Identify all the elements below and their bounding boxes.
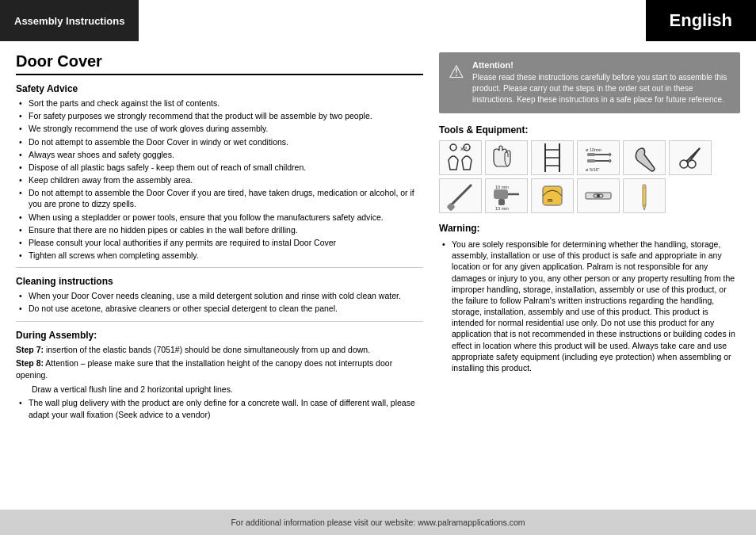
left-column: Door Cover Safety Advice Sort the parts … bbox=[16, 52, 423, 503]
warning-list: You are solely responsible for determini… bbox=[439, 239, 740, 373]
list-item: Tighten all screws when completing assem… bbox=[19, 250, 423, 261]
svg-point-33 bbox=[597, 194, 600, 197]
footer-text: For additional information please visit … bbox=[231, 518, 525, 527]
safety-title: Safety Advice bbox=[16, 83, 423, 94]
tool-level bbox=[577, 178, 620, 213]
list-item: When your Door Cover needs cleaning, use… bbox=[19, 290, 423, 301]
during-assembly-title: During Assembly: bbox=[16, 330, 423, 341]
right-column: ⚠ Attention! Please read these instructi… bbox=[439, 52, 740, 503]
attention-text: Please read these instructions carefully… bbox=[472, 72, 731, 105]
tool-scissors bbox=[669, 140, 712, 175]
attention-content: Attention! Please read these instruction… bbox=[472, 60, 731, 105]
svg-line-14 bbox=[609, 159, 611, 161]
svg-rect-25 bbox=[498, 199, 505, 205]
tools-grid: x2 bbox=[439, 140, 740, 213]
svg-line-15 bbox=[609, 161, 611, 162]
svg-line-21 bbox=[689, 148, 700, 162]
attention-title: Attention! bbox=[472, 60, 731, 70]
step7-text: insertion of the elastic bands (7051#) s… bbox=[46, 345, 370, 354]
page-title: Door Cover bbox=[16, 52, 423, 75]
header-right: English bbox=[646, 0, 756, 41]
list-item: Sort the parts and check against the lis… bbox=[19, 97, 423, 109]
tool-power-drill: 10 mm 13 mm bbox=[485, 178, 528, 213]
tool-drill-bits: ø 10mm ø 5/16" bbox=[577, 140, 620, 175]
list-item: Dispose of all plastic bags safely - kee… bbox=[19, 162, 423, 173]
step7: Step 7: insertion of the elastic bands (… bbox=[16, 344, 423, 356]
list-item: Always wear shoes and safety goggles. bbox=[19, 149, 423, 160]
svg-line-11 bbox=[609, 155, 611, 156]
list-item: Keep children away from the assembly are… bbox=[19, 174, 423, 185]
list-item: Ensure that there are no hidden pipes or… bbox=[19, 224, 423, 235]
svg-marker-35 bbox=[643, 205, 646, 210]
tools-title: Tools & Equipment: bbox=[439, 124, 740, 136]
svg-rect-12 bbox=[587, 159, 595, 162]
svg-line-10 bbox=[609, 153, 611, 155]
tool-screwdriver bbox=[439, 178, 482, 213]
step8-label: Step 8: bbox=[16, 358, 44, 368]
warning-triangle-icon: ⚠ bbox=[449, 62, 464, 82]
svg-rect-24 bbox=[494, 189, 508, 199]
tool-ladder bbox=[531, 140, 574, 175]
list-item: The wall plug delivery with the product … bbox=[19, 397, 423, 419]
attention-box: ⚠ Attention! Please read these instructi… bbox=[439, 52, 740, 113]
list-item: Do not use acetone, abrasive cleaners or… bbox=[19, 303, 423, 314]
tool-tape-measure: m bbox=[531, 178, 574, 213]
svg-point-0 bbox=[450, 144, 456, 151]
safety-list: Sort the parts and check against the lis… bbox=[16, 97, 423, 261]
tool-wrench bbox=[623, 140, 666, 175]
svg-text:m: m bbox=[548, 197, 552, 203]
list-item: Please consult your local authorities if… bbox=[19, 237, 423, 248]
footer: For additional information please visit … bbox=[0, 510, 756, 535]
list-item: For safety purposes we strongly recommen… bbox=[19, 110, 423, 121]
list-item: Do not attempt to assemble the Door Cove… bbox=[19, 187, 423, 209]
tool-gloves bbox=[485, 140, 528, 175]
list-item: Do not attempt to assemble the Door Cove… bbox=[19, 136, 423, 147]
list-item: You are solely responsible for determini… bbox=[442, 239, 740, 373]
language-label: English bbox=[670, 10, 732, 31]
warning-title: Warning: bbox=[439, 223, 740, 234]
tools-row-1: x2 bbox=[439, 140, 740, 175]
cleaning-list: When your Door Cover needs cleaning, use… bbox=[16, 290, 423, 314]
step8-line2: Draw a vertical flush line and 2 horizon… bbox=[16, 384, 423, 396]
svg-text:13 mm: 13 mm bbox=[495, 206, 509, 211]
tool-pencil bbox=[623, 178, 666, 213]
main-content: Door Cover Safety Advice Sort the parts … bbox=[0, 41, 756, 510]
list-item: When using a stepladder or power tools, … bbox=[19, 212, 423, 223]
svg-text:ø 10mm: ø 10mm bbox=[586, 147, 602, 152]
header-left: Assembly Instructions bbox=[0, 0, 139, 41]
svg-line-22 bbox=[449, 185, 472, 207]
svg-rect-8 bbox=[587, 153, 595, 156]
assembly-instructions-label: Assembly Instructions bbox=[14, 15, 124, 27]
list-item: We strongly recommend the use of work gl… bbox=[19, 123, 423, 134]
cleaning-title: Cleaning instructions bbox=[16, 276, 423, 287]
tools-row-2: 10 mm 13 mm m bbox=[439, 178, 740, 213]
during-assembly-content: Step 7: insertion of the elastic bands (… bbox=[16, 344, 423, 420]
step8: Step 8: Attention – please make sure tha… bbox=[16, 357, 423, 380]
step7-label: Step 7: bbox=[16, 345, 44, 354]
step8-text: Attention – please make sure that the in… bbox=[16, 358, 392, 380]
svg-text:ø 5/16": ø 5/16" bbox=[586, 167, 600, 172]
tool-person: x2 bbox=[439, 140, 482, 175]
assembly-bullet-list: The wall plug delivery with the product … bbox=[16, 397, 423, 419]
header: Assembly Instructions English bbox=[0, 0, 756, 41]
svg-text:10 mm: 10 mm bbox=[495, 185, 509, 189]
